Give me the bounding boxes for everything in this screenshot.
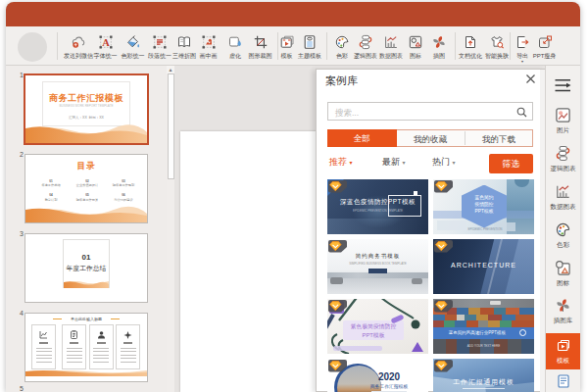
svg-text:A: A — [102, 37, 110, 48]
